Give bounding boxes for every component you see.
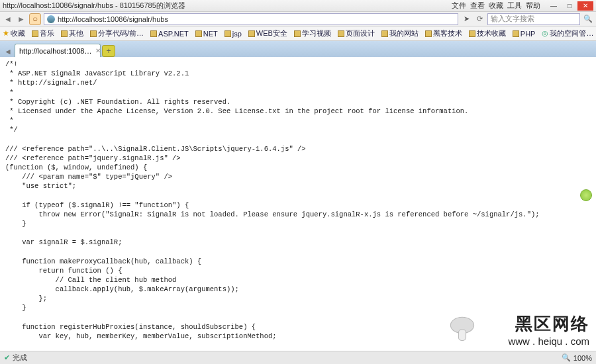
bookmark-item[interactable]: NET (195, 30, 218, 38)
menu-help[interactable]: 帮助 (526, 1, 540, 11)
minimize-button[interactable]: — (546, 1, 562, 11)
bookmark-item[interactable]: 学习视频 (294, 28, 331, 38)
check-icon: ✔ (4, 353, 10, 362)
menu-bar: 文件 查看 收藏 工具 帮助 (452, 1, 540, 11)
globe-icon (47, 15, 55, 23)
status-text: 完成 (13, 353, 27, 363)
bookmark-item[interactable]: 我的网站 (381, 28, 419, 38)
favorites-button[interactable]: ★收藏 (3, 28, 25, 38)
menu-tools[interactable]: 工具 (507, 1, 522, 11)
search-input[interactable]: 输入文字搜索 (487, 13, 580, 25)
close-button[interactable]: ✕ (577, 1, 593, 11)
menu-view[interactable]: 查看 (470, 1, 485, 11)
folder-icon (425, 30, 432, 37)
window-buttons: — □ ✕ (546, 1, 593, 11)
folder-icon (381, 30, 388, 37)
go-button[interactable]: ➤ (461, 14, 472, 24)
folder-icon (248, 30, 255, 37)
search-button[interactable]: 🔍 (583, 14, 593, 24)
tab-label: http://localhost:1008… (19, 47, 91, 55)
folder-icon (150, 30, 157, 37)
page-content[interactable]: /*! * ASP.NET SignalR JavaScript Library… (0, 57, 596, 351)
status-bar: ✔ 完成 🔍 100% (0, 351, 596, 364)
window-titlebar: http://localhost:10086/signalr/hubs - 81… (0, 0, 596, 12)
bookmark-item[interactable]: jsp (224, 30, 242, 38)
maximize-button[interactable]: □ (562, 1, 577, 11)
zoom-value: 100% (573, 354, 592, 362)
folder-icon (469, 30, 475, 37)
browser-tab[interactable]: http://localhost:1008… ✕ (15, 44, 101, 57)
folder-icon (513, 30, 519, 37)
bookmark-item[interactable]: 其他 (61, 28, 83, 38)
folder-icon (90, 30, 97, 37)
folder-icon (294, 30, 301, 37)
bookmark-item[interactable]: ASP.NET (150, 30, 189, 38)
refresh-button[interactable]: ⟳ (474, 14, 485, 24)
menu-fav[interactable]: 收藏 (489, 1, 503, 11)
new-tab-button[interactable]: + (102, 45, 115, 57)
url-input[interactable]: http://localhost:10086/signalr/hubs (44, 13, 458, 25)
forward-button[interactable]: ► (16, 14, 26, 24)
search-placeholder: 输入文字搜索 (491, 14, 534, 24)
tab-prev-button[interactable]: ◄ (3, 46, 13, 57)
folder-icon (224, 30, 231, 37)
bookmark-item[interactable]: 分享代码/前… (90, 28, 144, 38)
folder-icon (32, 30, 38, 37)
bookmark-item[interactable]: 技术收藏 (469, 28, 506, 38)
user-avatar-icon[interactable]: ☺ (29, 13, 41, 25)
url-text: http://localhost:10086/signalr/hubs (58, 15, 168, 23)
bookmark-item[interactable]: PHP (513, 30, 536, 38)
zoom-icon: 🔍 (562, 353, 571, 362)
back-button[interactable]: ◄ (3, 14, 13, 24)
bookmark-item[interactable]: 音乐 (32, 28, 54, 38)
menu-file[interactable]: 文件 (452, 1, 466, 11)
side-badge-icon[interactable] (580, 189, 592, 201)
folder-icon (195, 30, 202, 37)
bookmark-item[interactable]: 黑客技术 (425, 28, 462, 38)
tab-close-icon[interactable]: ✕ (95, 47, 101, 54)
folder-icon (61, 30, 68, 37)
address-bar: ◄ ► ☺ http://localhost:10086/signalr/hub… (0, 12, 596, 26)
zoom-control[interactable]: 🔍 100% (562, 353, 592, 362)
bookmarks-bar: ★收藏 音乐 其他 分享代码/前… ASP.NET NET jsp WEB安全 … (0, 26, 596, 41)
bookmark-item[interactable]: WEB安全 (248, 28, 287, 38)
window-title: http://localhost:10086/signalr/hubs - 81… (3, 1, 452, 11)
tab-bar: ◄ http://localhost:1008… ✕ + (0, 41, 596, 57)
bookmark-item[interactable]: ◎我的空间管… (542, 28, 593, 38)
source-code: /*! * ASP.NET SignalR JavaScript Library… (5, 60, 591, 351)
folder-icon (338, 30, 344, 37)
bookmark-item[interactable]: 页面设计 (338, 28, 375, 38)
